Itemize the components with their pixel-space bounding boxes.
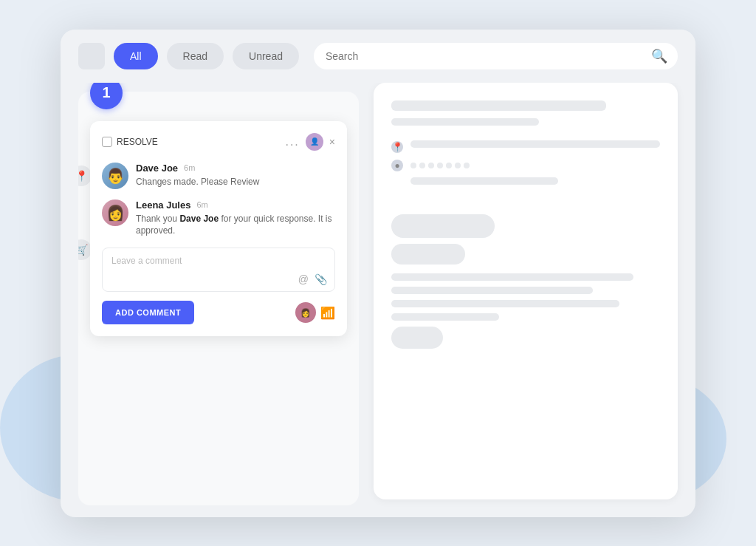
bold-name: Dave Joe xyxy=(179,214,219,224)
text-after: for your quick response. It is approved. xyxy=(136,214,332,236)
skeleton-dots xyxy=(410,163,470,168)
comment-input-area[interactable]: Leave a comment @ 📎 xyxy=(102,248,335,292)
resolve-text: RESOLVE xyxy=(117,137,158,147)
skeleton-sub-line xyxy=(410,177,558,185)
message-header-leena: Leena Jules 6m xyxy=(136,199,335,211)
resolve-label: RESOLVE xyxy=(102,137,158,147)
comment-card: RESOLVE ... 👤 × 👨 xyxy=(90,121,347,337)
search-icon[interactable]: 🔍 xyxy=(651,48,667,64)
comment-card-header: RESOLVE ... 👤 × xyxy=(102,133,335,151)
skeleton-line-1 xyxy=(391,273,633,281)
tab-read[interactable]: Read xyxy=(167,43,224,69)
skeleton-title-1 xyxy=(391,100,606,111)
message-content-dave: Dave Joe 6m Changes made. Please Review xyxy=(136,163,335,189)
app-window: All Read Unread 🔍 1 📍 🛒 xyxy=(61,30,695,517)
main-content: 1 📍 🛒 RESOLVE xyxy=(61,83,695,517)
skeleton-title-2 xyxy=(391,118,539,126)
tab-all[interactable]: All xyxy=(114,43,158,69)
message-item-dave: 👨 Dave Joe 6m Changes made. Please Revie… xyxy=(102,163,335,189)
skeleton-location-icon: 📍 xyxy=(391,141,403,153)
skeleton-button-1 xyxy=(391,214,495,238)
avatar-leena: 👩 xyxy=(102,199,128,226)
select-all-checkbox[interactable] xyxy=(78,43,105,69)
comment-input-icons: @ 📎 xyxy=(298,273,327,285)
top-bar: All Read Unread 🔍 xyxy=(61,30,695,83)
avatar-dave: 👨 xyxy=(102,163,128,189)
comment-placeholder: Leave a comment xyxy=(111,256,326,266)
tab-unread[interactable]: Unread xyxy=(233,43,299,69)
notification-card-outer: 📍 🛒 RESOLVE ... 👤 xyxy=(78,92,359,505)
skeleton-line-2 xyxy=(391,287,593,294)
more-options-button[interactable]: ... xyxy=(285,135,299,149)
sender-name-leena: Leena Jules xyxy=(136,199,190,211)
message-content-leena: Leena Jules 6m Thank you Dave Joe for yo… xyxy=(136,199,335,238)
add-comment-button[interactable]: ADD COMMENT xyxy=(102,301,194,324)
card-actions: ... 👤 × xyxy=(285,133,335,151)
skeleton-dots-icon: ● xyxy=(391,160,403,171)
message-item-leena: 👩 Leena Jules 6m Thank you Dave Joe for … xyxy=(102,199,335,238)
search-container: 🔍 xyxy=(314,43,678,69)
skeleton-oval xyxy=(391,327,443,349)
attach-icon[interactable]: 📎 xyxy=(315,273,327,285)
mention-icon[interactable]: @ xyxy=(298,273,309,285)
badge-count: 1 xyxy=(102,84,110,101)
skeleton-row-location: 📍 xyxy=(391,140,660,154)
notification-icon: 📶 xyxy=(320,306,335,320)
right-panel: 📍 ● xyxy=(374,83,678,499)
resolve-checkbox[interactable] xyxy=(102,137,112,147)
close-button[interactable]: × xyxy=(329,136,335,148)
card-avatar: 👤 xyxy=(306,133,323,151)
skeleton-row-dots: ● xyxy=(391,160,660,171)
skeleton-button-2 xyxy=(391,244,465,265)
message-text-leena: Thank you Dave Joe for your quick respon… xyxy=(136,213,335,238)
skeleton-line-location xyxy=(410,140,660,148)
skeleton-line-3 xyxy=(391,300,619,307)
left-panel: 1 📍 🛒 RESOLVE xyxy=(78,83,359,499)
sender-name-dave: Dave Joe xyxy=(136,163,178,174)
message-text-dave: Changes made. Please Review xyxy=(136,176,335,188)
skeleton-section-2 xyxy=(391,214,660,349)
card-footer: ADD COMMENT 👩 📶 xyxy=(102,301,335,324)
message-header-dave: Dave Joe 6m xyxy=(136,163,335,174)
search-input[interactable] xyxy=(314,43,678,69)
message-time-leena: 6m xyxy=(196,200,207,209)
skeleton-line-short xyxy=(391,313,499,321)
footer-avatars: 👩 📶 xyxy=(295,302,335,323)
message-time-dave: 6m xyxy=(184,163,195,172)
footer-avatar: 👩 xyxy=(295,302,316,323)
